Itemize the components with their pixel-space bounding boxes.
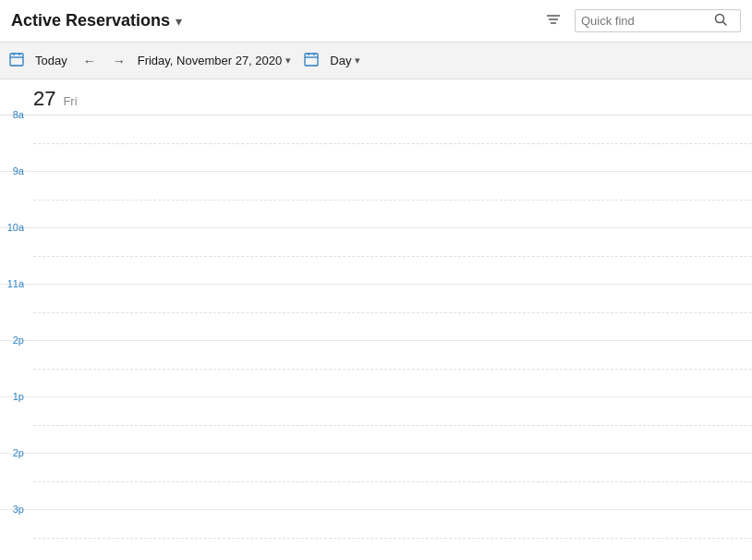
- calendar-area: 27 Fri 8a9a10a11a2p1p2p3p: [0, 79, 752, 560]
- time-slot[interactable]: [30, 172, 752, 227]
- search-box[interactable]: [575, 9, 741, 32]
- prev-button[interactable]: ←: [79, 52, 101, 70]
- time-slot[interactable]: [30, 228, 752, 284]
- time-label: 1p: [0, 391, 30, 402]
- time-slot[interactable]: [30, 454, 752, 509]
- time-slot[interactable]: [30, 116, 752, 171]
- svg-rect-9: [305, 54, 318, 66]
- day-number: 27: [33, 87, 55, 110]
- date-display[interactable]: Friday, November 27, 2020 ▾: [138, 54, 292, 67]
- time-label: 11a: [0, 278, 30, 289]
- day-name: Fri: [63, 94, 77, 108]
- time-slot[interactable]: [30, 397, 752, 453]
- time-slot[interactable]: [30, 341, 752, 396]
- svg-line-4: [723, 22, 727, 26]
- view-label: Day: [330, 54, 351, 67]
- time-label: 10a: [0, 222, 30, 233]
- today-button[interactable]: Today: [31, 52, 71, 69]
- time-row: 8a: [0, 116, 752, 172]
- header-left: Active Reservations ▾: [11, 11, 182, 30]
- time-slot[interactable]: [30, 285, 752, 340]
- day-header: 27 Fri: [0, 79, 752, 116]
- time-slot[interactable]: [30, 510, 752, 560]
- time-row: 11a: [0, 285, 752, 341]
- view-calendar-icon: [304, 52, 319, 69]
- time-grid: 8a9a10a11a2p1p2p3p: [0, 116, 752, 560]
- time-row: 2p: [0, 454, 752, 510]
- time-label: 2p: [0, 447, 30, 458]
- time-label: 2p: [0, 335, 30, 346]
- time-row: 3p: [0, 510, 752, 560]
- page-title: Active Reservations: [11, 11, 170, 30]
- search-input[interactable]: [581, 14, 710, 28]
- time-row: 9a: [0, 172, 752, 228]
- search-icon: [714, 13, 727, 29]
- filter-icon[interactable]: [541, 7, 565, 35]
- date-text: Friday, November 27, 2020: [138, 54, 283, 67]
- time-label: 3p: [0, 504, 30, 515]
- view-selector[interactable]: Day ▾: [330, 54, 360, 67]
- calendar-icon: [9, 52, 24, 69]
- header-right: [541, 7, 741, 35]
- next-button[interactable]: →: [108, 52, 130, 70]
- date-chevron-icon: ▾: [285, 55, 291, 67]
- calendar-toolbar: Today ← → Friday, November 27, 2020 ▾ Da…: [0, 43, 752, 79]
- time-label: 8a: [0, 109, 30, 120]
- svg-rect-5: [10, 54, 23, 66]
- view-chevron-icon: ▾: [355, 55, 360, 67]
- time-row: 2p: [0, 341, 752, 397]
- time-label: 9a: [0, 165, 30, 177]
- app-header: Active Reservations ▾: [0, 0, 752, 43]
- time-row: 10a: [0, 228, 752, 285]
- time-row: 1p: [0, 397, 752, 454]
- title-chevron-icon[interactable]: ▾: [176, 14, 182, 29]
